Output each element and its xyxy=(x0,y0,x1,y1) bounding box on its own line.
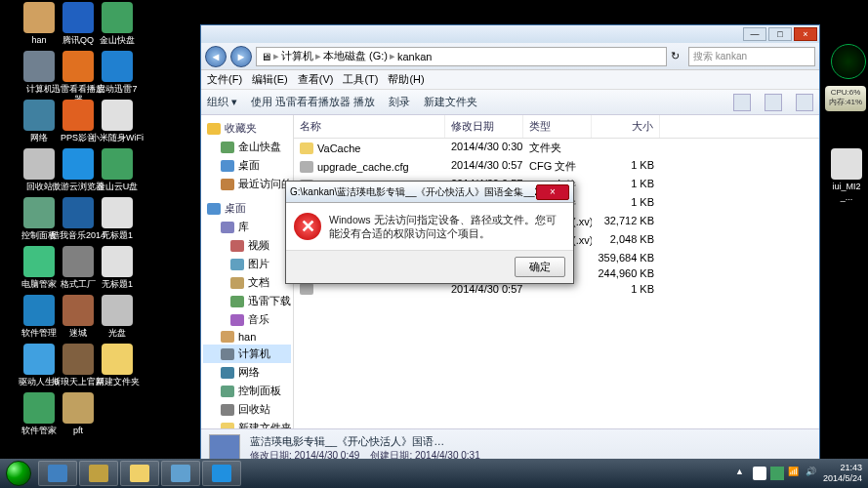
file-size: 1 KB xyxy=(592,177,660,193)
desktop-icon-label: 启动迅雷7 xyxy=(88,84,146,95)
tray-network-icon[interactable]: 📶 xyxy=(788,467,802,480)
file-row[interactable]: upgrade_cache.cfg2014/4/30 0:57CFG 文件1 K… xyxy=(294,157,819,176)
col-type[interactable]: 类型 xyxy=(523,115,592,138)
dialog-close-button[interactable]: × xyxy=(536,184,569,200)
nav-libraries[interactable]: 库 xyxy=(203,218,291,236)
taskbar-clock[interactable]: 21:43 2014/5/24 xyxy=(823,463,862,484)
tray-up-icon[interactable]: ▲ xyxy=(735,467,749,480)
desktop-icon[interactable]: 小米随身WiFi xyxy=(88,100,146,143)
col-date[interactable]: 修改日期 xyxy=(445,115,523,138)
nav-new-folder[interactable]: 新建文件夹 xyxy=(203,419,291,428)
forward-button[interactable]: ► xyxy=(230,46,252,67)
clock-date: 2014/5/24 xyxy=(823,473,862,484)
breadcrumb[interactable]: 🖥 ▸ 计算机 ▸ 本地磁盘 (G:) ▸ kankan xyxy=(256,47,667,66)
tray-volume-icon[interactable]: 🔊 xyxy=(806,467,819,480)
taskbar-app-2[interactable] xyxy=(79,461,118,486)
back-button[interactable]: ◄ xyxy=(205,46,227,67)
menu-help[interactable]: 帮助(H) xyxy=(388,72,424,87)
desktop-icon-label: 无标题1 xyxy=(88,279,146,290)
burn-button[interactable]: 刻录 xyxy=(389,95,410,109)
nav-desktop[interactable]: 桌面 xyxy=(203,199,291,218)
nav-xldl[interactable]: 迅雷下载 xyxy=(203,292,291,310)
desktop-icon[interactable]: 金山云U盘 xyxy=(88,148,146,192)
taskbar-app-1[interactable] xyxy=(38,461,77,486)
desktop-icon-label: 小米随身WiFi xyxy=(88,133,146,143)
col-name[interactable]: 名称 xyxy=(294,115,445,138)
organize-button[interactable]: 组织 ▾ xyxy=(207,95,237,109)
file-row[interactable]: VaCache2014/4/30 0:30文件夹 xyxy=(294,139,819,157)
menu-edit[interactable]: 编辑(E) xyxy=(252,72,288,87)
search-input[interactable]: 搜索 kankan xyxy=(688,47,815,66)
desktop-icon[interactable]: 新建文件夹 xyxy=(88,344,146,387)
cpu-text: CPU:6% xyxy=(827,88,864,97)
folder-icon xyxy=(130,465,149,482)
nav-recycle-bin[interactable]: 回收站 xyxy=(203,400,291,419)
app-icon xyxy=(102,2,133,33)
desktop-icon[interactable]: 金山快盘 xyxy=(88,2,146,46)
menu-file[interactable]: 文件(F) xyxy=(207,72,242,87)
desktop-icon-label: 新建文件夹 xyxy=(88,377,146,387)
file-date: 2014/4/30 0:57 xyxy=(445,282,523,296)
file-date: 2014/4/30 0:57 xyxy=(445,158,523,175)
close-button[interactable]: × xyxy=(794,27,817,41)
cpu-gadget[interactable] xyxy=(831,44,866,79)
desktop-icon[interactable]: 无标题1 xyxy=(88,197,146,241)
tray-icon[interactable] xyxy=(753,467,766,480)
taskbar-maxthon[interactable] xyxy=(202,461,241,486)
file-date: 2014/4/30 0:30 xyxy=(445,140,523,156)
crumb-computer[interactable]: 计算机 xyxy=(281,49,313,63)
pc-icon: 🖥 xyxy=(261,51,271,62)
nav-desktop-fav[interactable]: 桌面 xyxy=(203,156,291,175)
desktop-icon-label: iui_MI2_... xyxy=(829,182,864,203)
desktop-icon[interactable]: 启动迅雷7 xyxy=(88,51,146,95)
status-filename: 蓝洁瑛电影专辑__《开心快活人》国语… xyxy=(250,434,480,449)
view-mode-button[interactable] xyxy=(733,94,751,111)
maximize-button[interactable]: □ xyxy=(768,27,792,41)
nav-computer[interactable]: 计算机 xyxy=(203,345,291,363)
minimize-button[interactable]: — xyxy=(743,27,766,41)
desktop-icon-label: 光盘 xyxy=(88,328,146,339)
nav-user-han[interactable]: han xyxy=(203,329,291,345)
tray-icon[interactable] xyxy=(770,467,784,480)
taskbar-app-4[interactable] xyxy=(161,461,200,486)
desktop-icon[interactable]: pft xyxy=(49,392,107,436)
nav-music[interactable]: 音乐 xyxy=(203,310,291,329)
dialog-titlebar[interactable]: G:\kankan\蓝洁瑛电影专辑__《开心快活人》国语全集__2_175188… xyxy=(286,182,573,203)
app-icon xyxy=(48,465,67,482)
memory-gadget[interactable]: CPU:6% 内存:41% xyxy=(825,86,866,111)
address-bar-row: ◄ ► 🖥 ▸ 计算机 ▸ 本地磁盘 (G:) ▸ kankan ↻ 搜索 ka… xyxy=(201,43,819,70)
col-size[interactable]: 大小 xyxy=(592,115,660,138)
new-folder-button[interactable]: 新建文件夹 xyxy=(424,95,477,109)
desktop-icon[interactable]: 光盘 xyxy=(88,295,146,339)
nav-ksp[interactable]: 金山快盘 xyxy=(203,138,291,156)
file-icon xyxy=(300,161,313,173)
refresh-button[interactable]: ↻ xyxy=(671,50,684,63)
crumb-folder[interactable]: kankan xyxy=(397,51,432,62)
taskbar: ▲ 📶 🔊 21:43 2014/5/24 xyxy=(0,459,868,488)
toolbar: 组织 ▾ 使用 迅雷看看播放器 播放 刻录 新建文件夹 xyxy=(201,90,819,115)
nav-control-panel[interactable]: 控制面板 xyxy=(203,382,291,400)
crumb-drive[interactable]: 本地磁盘 (G:) xyxy=(323,49,388,63)
file-icon xyxy=(300,283,313,295)
dialog-title: G:\kankan\蓝洁瑛电影专辑__《开心快活人》国语全集__2_175188… xyxy=(290,185,536,199)
desktop-icon-label: pft xyxy=(49,426,107,436)
nav-recent[interactable]: 最近访问的位置 xyxy=(203,175,291,193)
play-button[interactable]: 使用 迅雷看看播放器 播放 xyxy=(251,95,375,109)
nav-network[interactable]: 网络 xyxy=(203,363,291,382)
taskbar-explorer[interactable] xyxy=(120,461,159,486)
file-name: VaCache xyxy=(317,142,360,154)
dialog-ok-button[interactable]: 确定 xyxy=(515,257,565,277)
nav-videos[interactable]: 视频 xyxy=(203,236,291,255)
desktop-icon[interactable]: iui_MI2_... xyxy=(829,148,864,203)
nav-pictures[interactable]: 图片 xyxy=(203,255,291,273)
nav-favorites[interactable]: 收藏夹 xyxy=(203,119,291,138)
window-titlebar[interactable]: — □ × xyxy=(201,25,819,43)
menu-view[interactable]: 查看(V) xyxy=(298,72,334,87)
preview-pane-button[interactable] xyxy=(765,94,782,111)
desktop-icon[interactable]: 无标题1 xyxy=(88,246,146,290)
menu-tools[interactable]: 工具(T) xyxy=(343,72,378,87)
app-icon xyxy=(102,344,133,375)
nav-documents[interactable]: 文档 xyxy=(203,273,291,292)
start-button[interactable] xyxy=(0,459,37,488)
help-button[interactable] xyxy=(796,94,813,111)
